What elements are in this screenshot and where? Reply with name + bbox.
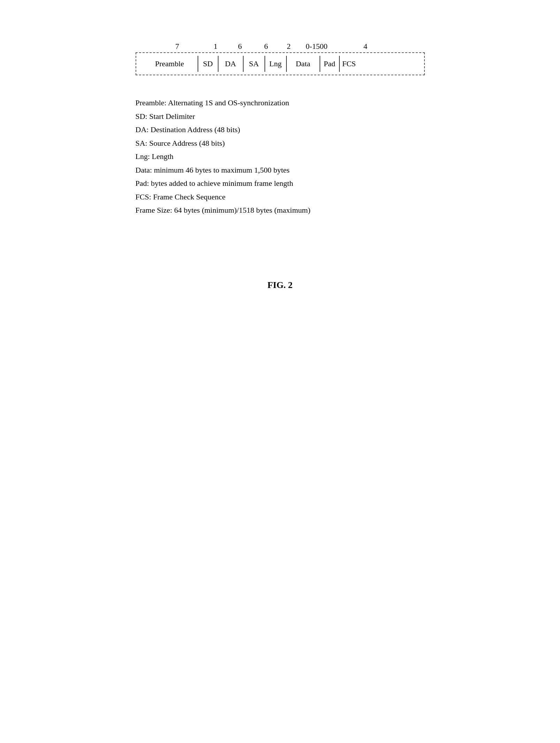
byte-num-da: 6 bbox=[226, 42, 254, 51]
cell-preamble: Preamble bbox=[142, 56, 198, 72]
byte-num-data: 0-1500 bbox=[299, 42, 334, 51]
desc-data: Data: minimum 46 bytes to maximum 1,500 … bbox=[136, 164, 425, 177]
byte-num-preamble: 7 bbox=[149, 42, 205, 51]
figure-label: FIG. 2 bbox=[136, 280, 425, 290]
frame-diagram: Preamble SD DA SA Lng Data Pad FCS bbox=[136, 52, 425, 75]
cell-data: Data bbox=[286, 56, 320, 72]
byte-num-sd: 1 bbox=[205, 42, 226, 51]
byte-num-sa: 6 bbox=[254, 42, 278, 51]
page: 7 1 6 6 2 0-1500 4 Preamble SD DA SA Lng… bbox=[115, 0, 446, 318]
cell-pad: Pad bbox=[320, 56, 339, 72]
desc-frame-size: Frame Size: 64 bytes (minimum)/1518 byte… bbox=[136, 204, 425, 217]
desc-fcs: FCS: Frame Check Sequence bbox=[136, 190, 425, 204]
byte-num-lng: 2 bbox=[278, 42, 299, 51]
desc-lng: Lng: Length bbox=[136, 150, 425, 164]
desc-sa: SA: Source Address (48 bits) bbox=[136, 137, 425, 150]
cell-sd: SD bbox=[198, 56, 218, 72]
desc-preamble: Preamble: Alternating 1S and OS-synchron… bbox=[136, 96, 425, 110]
desc-pad: Pad: bytes added to achieve minimum fram… bbox=[136, 177, 425, 190]
cell-da: DA bbox=[218, 56, 243, 72]
byte-numbers-row: 7 1 6 6 2 0-1500 4 bbox=[136, 42, 425, 51]
desc-sd: SD: Start Delimiter bbox=[136, 110, 425, 123]
cell-fcs: FCS bbox=[339, 56, 359, 72]
desc-da: DA: Destination Address (48 bits) bbox=[136, 123, 425, 137]
cell-sa: SA bbox=[243, 56, 264, 72]
diagram-section: 7 1 6 6 2 0-1500 4 Preamble SD DA SA Lng… bbox=[136, 42, 425, 75]
description-section: Preamble: Alternating 1S and OS-synchron… bbox=[136, 96, 425, 217]
cell-lng: Lng bbox=[264, 56, 286, 72]
byte-num-fcs: 4 bbox=[355, 42, 376, 51]
